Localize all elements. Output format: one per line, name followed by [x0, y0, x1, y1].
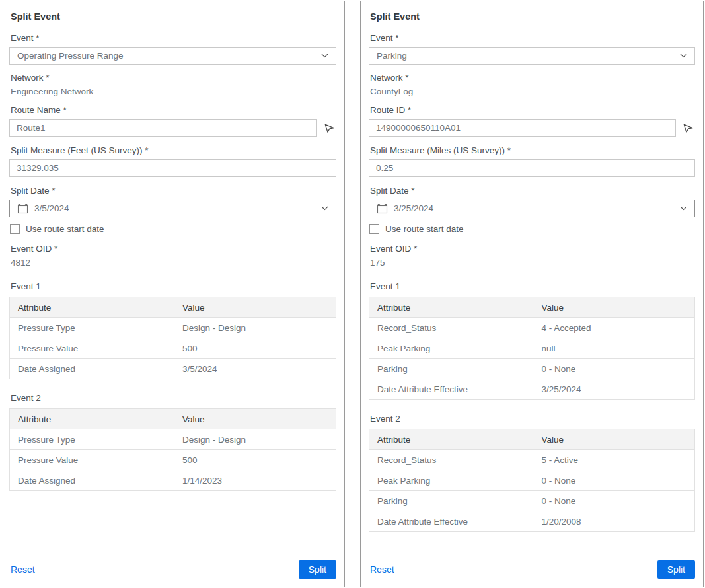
- split-date-picker[interactable]: 3/25/2024: [369, 200, 695, 217]
- route-input[interactable]: [9, 119, 317, 137]
- table-row: Peak Parkingnull: [369, 338, 695, 359]
- event-select-value: Parking: [377, 51, 407, 61]
- event1-heading: Event 1: [11, 281, 336, 291]
- value-cell: 3/25/2024: [533, 379, 695, 400]
- table-row: Date Assigned1/14/2023: [10, 470, 336, 491]
- table-row: Date Attribute Effective3/25/2024: [369, 379, 695, 400]
- table-row: Date Assigned3/5/2024: [10, 359, 336, 379]
- value-cell: 1/20/2008: [533, 511, 695, 532]
- network-label: Network *: [11, 73, 336, 83]
- measure-label: Split Measure (Miles (US Survey)) *: [370, 145, 695, 155]
- use-route-start-date-checkbox[interactable]: Use route start date: [369, 224, 695, 234]
- checkbox-unchecked[interactable]: [369, 224, 379, 234]
- event2-heading: Event 2: [370, 414, 695, 423]
- route-label: Route ID *: [370, 105, 695, 115]
- event-oid-label: Event OID *: [370, 244, 695, 254]
- table-row: Record_Status4 - Accepted: [369, 318, 695, 338]
- use-route-start-date-checkbox[interactable]: Use route start date: [10, 224, 336, 234]
- table-row: Parking0 - None: [369, 359, 695, 379]
- network-value: Engineering Network: [11, 87, 336, 96]
- split-date-picker[interactable]: 3/5/2024: [9, 200, 336, 217]
- chevron-down-icon: [321, 206, 328, 211]
- value-cell: 3/5/2024: [174, 359, 336, 379]
- split-date-value: 3/25/2024: [394, 203, 433, 213]
- network-label: Network *: [370, 73, 695, 83]
- attribute-cell: Parking: [369, 491, 533, 511]
- network-value: CountyLog: [370, 87, 695, 96]
- attribute-cell: Date Attribute Effective: [369, 511, 533, 532]
- value-cell: 5 - Active: [533, 450, 695, 470]
- table-row: Pressure TypeDesign - Design: [10, 429, 336, 450]
- column-header: Value: [174, 297, 336, 318]
- event-oid-value: 4812: [11, 258, 336, 268]
- chevron-down-icon: [680, 206, 687, 211]
- event-select[interactable]: Operating Pressure Range: [9, 47, 336, 65]
- table-row: Date Attribute Effective1/20/2008: [369, 511, 695, 532]
- attribute-cell: Parking: [369, 359, 533, 379]
- table-row: Pressure Value500: [10, 450, 336, 470]
- event-oid-label: Event OID *: [11, 244, 336, 254]
- map-select-pointer-icon[interactable]: [681, 121, 695, 135]
- value-cell: 0 - None: [533, 470, 695, 491]
- value-cell: 4 - Accepted: [533, 318, 695, 338]
- chevron-down-icon: [321, 54, 328, 58]
- event2-table: AttributeValuePressure TypeDesign - Desi…: [9, 408, 336, 491]
- attribute-cell: Date Assigned: [10, 359, 174, 379]
- route-input[interactable]: [369, 119, 676, 137]
- reset-link[interactable]: Reset: [370, 564, 394, 575]
- attribute-cell: Peak Parking: [369, 338, 533, 359]
- checkbox-label: Use route start date: [385, 224, 464, 234]
- reset-link[interactable]: Reset: [11, 564, 35, 575]
- column-header: Value: [533, 297, 695, 318]
- table-row: Peak Parking0 - None: [369, 470, 695, 491]
- column-header: Attribute: [369, 429, 533, 450]
- event1-table: AttributeValuePressure TypeDesign - Desi…: [9, 297, 336, 379]
- value-cell: Design - Design: [174, 318, 336, 338]
- map-select-pointer-icon[interactable]: [322, 121, 336, 135]
- split-event-panel-left: Split Event Event * Operating Pressure R…: [1, 1, 345, 587]
- calendar-icon: [377, 203, 388, 214]
- event1-heading: Event 1: [370, 281, 695, 291]
- table-row: Pressure TypeDesign - Design: [10, 318, 336, 338]
- checkbox-unchecked[interactable]: [10, 224, 20, 234]
- date-label: Split Date *: [370, 186, 695, 196]
- measure-label: Split Measure (Feet (US Survey)) *: [11, 145, 336, 155]
- column-header: Attribute: [10, 297, 174, 318]
- attribute-cell: Date Attribute Effective: [369, 379, 533, 400]
- chevron-down-icon: [680, 54, 687, 58]
- attribute-cell: Pressure Value: [10, 338, 174, 359]
- value-cell: 0 - None: [533, 359, 695, 379]
- measure-input[interactable]: [9, 159, 336, 177]
- measure-input[interactable]: [369, 159, 695, 177]
- column-header: Attribute: [369, 297, 533, 318]
- table-row: Parking0 - None: [369, 491, 695, 511]
- attribute-cell: Record_Status: [369, 450, 533, 470]
- attribute-cell: Pressure Type: [10, 318, 174, 338]
- split-event-widgets: Split Event Event * Operating Pressure R…: [0, 0, 705, 588]
- value-cell: 500: [174, 450, 336, 470]
- checkbox-label: Use route start date: [26, 224, 104, 234]
- value-cell: 500: [174, 338, 336, 359]
- column-header: Value: [533, 429, 695, 450]
- event-label: Event *: [370, 33, 695, 43]
- event1-table: AttributeValueRecord_Status4 - AcceptedP…: [369, 297, 695, 400]
- event2-table: AttributeValueRecord_Status5 - ActivePea…: [369, 429, 695, 532]
- value-cell: 0 - None: [533, 491, 695, 511]
- split-event-panel-right: Split Event Event * Parking Network * Co…: [360, 1, 704, 587]
- split-button[interactable]: Split: [299, 560, 336, 579]
- route-label: Route Name *: [11, 105, 336, 115]
- attribute-cell: Pressure Value: [10, 450, 174, 470]
- table-row: Record_Status5 - Active: [369, 450, 695, 470]
- table-row: Pressure Value500: [10, 338, 336, 359]
- event2-heading: Event 2: [11, 393, 336, 403]
- calendar-icon: [17, 203, 28, 214]
- value-cell: Design - Design: [174, 429, 336, 450]
- split-button[interactable]: Split: [657, 560, 695, 579]
- attribute-cell: Pressure Type: [10, 429, 174, 450]
- split-date-value: 3/5/2024: [34, 203, 69, 213]
- event-select-value: Operating Pressure Range: [17, 51, 124, 61]
- date-label: Split Date *: [11, 186, 336, 196]
- event-label: Event *: [11, 33, 336, 43]
- event-select[interactable]: Parking: [369, 47, 695, 65]
- value-cell: null: [533, 338, 695, 359]
